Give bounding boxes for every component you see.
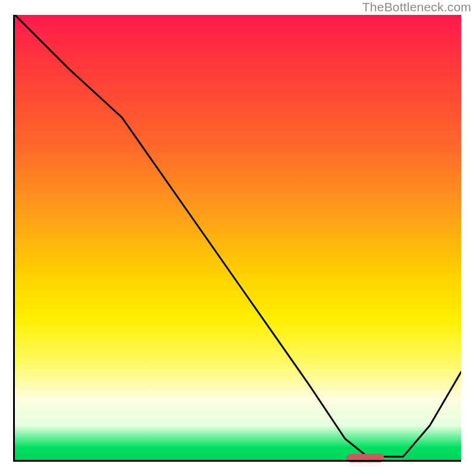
- gradient-plot-area: [15, 15, 461, 461]
- chart-container: TheBottleneck.com: [0, 0, 476, 476]
- x-axis: [13, 460, 461, 462]
- watermark-text: TheBottleneck.com: [362, 0, 471, 14]
- y-axis: [13, 15, 15, 461]
